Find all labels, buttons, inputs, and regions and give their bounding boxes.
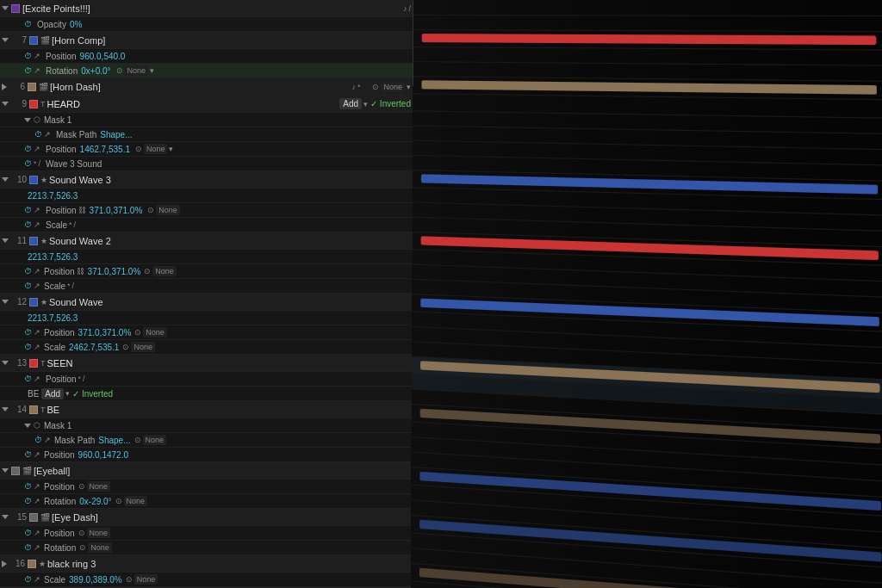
stopwatch-icon[interactable]: ⏱ [24,543,32,552]
expand-icon[interactable] [2,84,7,90]
property-row-opacity[interactable]: ⏱ Opacity 0% [0,17,413,32]
property-row-pos-12[interactable]: 2213.7,526.3 [0,311,413,325]
prop-label-mask1-14: Mask 1 [44,421,71,430]
property-row-pos-13[interactable]: ⏱ ↗ Position * / [0,372,413,387]
stopwatch-icon[interactable]: ⏱ [24,482,32,491]
at-icon: ⊙ [135,145,142,153]
stopwatch-icon[interactable]: ⏱ [24,450,32,459]
property-row-be-13[interactable]: BE Add ▾ ✓ Inverted [0,387,413,401]
property-row-mask1-14[interactable]: ⬡ Mask 1 [0,418,413,433]
expand-icon[interactable] [24,424,31,428]
prop-value-scale-12: 2462.7,535.1 [69,343,119,352]
stopwatch-icon[interactable]: ⏱ [24,145,32,153]
property-row-rot-eyeball[interactable]: ⏱ ↗ Rotation 0x-29.0° ⊙ None [0,494,413,509]
layer-color [29,237,38,245]
prop-label-pos-13: Position [46,374,77,384]
stopwatch-icon[interactable]: ⏱ [24,267,32,275]
expand-icon[interactable] [2,515,9,519]
expand-icon[interactable] [2,468,9,473]
curve-icon: ↗ [34,343,40,351]
stopwatch-icon[interactable]: ⏱ [24,328,32,337]
property-row-pos-10[interactable]: 2213.7,526.3 [0,189,413,203]
property-row-rot-15[interactable]: ⏱ ↗ Rotation ⊙ None [0,541,413,555]
stopwatch-icon[interactable]: ⏱ [24,159,32,168]
curve-icon: ↗ [34,282,40,290]
property-row-scale-16[interactable]: ⏱ ↗ Scale 389.0,389.0% ⊙ None [0,573,413,587]
stopwatch-icon[interactable]: ⏱ [24,497,32,505]
dropdown-icon[interactable]: ▾ [363,100,368,108]
property-row-maskpath-14[interactable]: ⏱ ↗ Mask Path Shape... ⊙ None [0,433,413,448]
property-row-pos-10b[interactable]: ⏱ ↗ Position ⛓ 371.0,371.0% ⊙ None [0,203,413,218]
property-row-scale-11[interactable]: ⏱ ↗ Scale * / [0,279,413,294]
comp-icon: 🎬 [40,513,50,522]
layer-color [11,4,20,13]
expand-icon[interactable] [24,118,31,122]
stopwatch-icon[interactable]: ⏱ [24,220,32,229]
layer-row-14[interactable]: 14 T BE [0,401,413,418]
prop-value-pos-10: 2213.7,526.3 [28,191,78,201]
property-row-pos-11b[interactable]: ⏱ ↗ Position ⛓ 371.0,371.0% ⊙ None [0,264,413,279]
track-row-excite[interactable] [413,0,882,16]
dropdown-icon[interactable]: ▾ [407,83,411,91]
stopwatch-icon[interactable]: ⏱ [24,374,32,383]
layer-icon-mute: ♪ [403,4,407,13]
property-row-position-7[interactable]: ⏱ ↗ Position 960.0,540.0 [0,49,413,64]
layer-row-12[interactable]: 12 ★ Sound Wave [0,294,413,311]
stopwatch-icon[interactable]: ⏱ [34,130,42,139]
stopwatch-icon[interactable]: ⏱ [24,575,32,584]
property-row-pos-15[interactable]: ⏱ ↗ Position ⊙ None [0,526,413,541]
prop-label-eyeball: Position [44,482,75,492]
expand-icon[interactable] [2,407,9,412]
property-row-pos-12b[interactable]: ⏱ ↗ Position 371.0,371.0% ⊙ None [0,325,413,340]
layer-pencil: / [408,4,411,13]
property-row-scale-12[interactable]: ⏱ ↗ Scale 2462.7,535.1 ⊙ None [0,340,413,355]
property-row-pos-eyeball[interactable]: ⏱ ↗ Position ⊙ None [0,480,413,494]
stopwatch-icon[interactable]: ⏱ [24,20,32,28]
layer-row-11[interactable]: 11 ★ Sound Wave 2 [0,232,413,250]
stopwatch-icon[interactable]: ⏱ [24,206,32,214]
text-icon: T [40,405,46,414]
curve-icon: ↗ [34,206,40,214]
layer-row-eyeball[interactable]: 🎬 [Eyeball] [0,462,413,480]
stopwatch-icon[interactable]: ⏱ [24,66,32,75]
dropdown-icon[interactable]: ▾ [65,389,70,398]
property-row-scale-10[interactable]: ⏱ ↗ Scale * / [0,218,413,232]
layer-row-9[interactable]: 9 T HEARD Add ▾ ✓ Inverted [0,96,413,113]
stopwatch-icon[interactable]: ⏱ [24,282,32,290]
chain-icon: ⛓ [77,267,84,275]
expand-icon[interactable] [2,6,9,10]
prop-value-position-mask: 1462.7,535.1 [80,145,130,154]
expand-icon[interactable] [2,177,9,182]
expand-icon[interactable] [2,38,9,42]
stopwatch-icon[interactable]: ⏱ [24,52,32,60]
layer-row-16[interactable]: 16 ★ black ring 3 [0,555,413,573]
layer-row[interactable]: [Excite Points!!!] ♪ / [0,0,413,17]
expand-icon[interactable] [2,102,9,106]
property-row-maskpath[interactable]: ⏱ ↗ Mask Path Shape... [0,127,413,142]
property-row-pos-14[interactable]: ⏱ ↗ Position 960.0,1472.0 [0,448,413,462]
prop-label-maskpath-14: Mask Path [54,436,95,445]
property-row-rotation-7[interactable]: ⏱ ↗ Rotation 0x+0.0° ⊙ None ▾ [0,64,413,78]
tracks-area: ■ ■ ■ ■ [411,0,882,588]
expand-icon[interactable] [2,238,9,243]
layer-row-15[interactable]: 15 🎬 [Eye Dash] [0,509,413,526]
layer-row-6[interactable]: 6 🎬 [Horn Dash] ♪ * ⊙ None ▾ [0,78,413,96]
add-badge-be: Add [41,388,64,399]
stopwatch-icon[interactable]: ⏱ [24,529,32,537]
stopwatch-icon[interactable]: ⏱ [34,436,42,444]
layer-row-7[interactable]: 7 🎬 [Horn Comp] [0,32,413,49]
dropdown-icon[interactable]: ▾ [150,66,154,75]
property-row-position-mask[interactable]: ⏱ ↗ Position 1462.7,535.1 ⊙ None ▾ [0,142,413,157]
expand-icon[interactable] [2,560,7,567]
property-row-wave3[interactable]: ⏱ * / Wave 3 Sound [0,157,413,171]
expand-icon[interactable] [2,300,9,304]
property-row-mask1[interactable]: ⬡ Mask 1 [0,113,413,127]
layer-color [29,176,38,184]
prop-label-rotation: Rotation [46,66,78,76]
layer-row-10[interactable]: 10 ★ Sound Wave 3 [0,171,413,189]
dropdown-icon[interactable]: ▾ [169,145,173,153]
property-row-pos-11[interactable]: 2213.7,526.3 [0,250,413,264]
layer-row-13[interactable]: 13 T SEEN [0,355,413,372]
stopwatch-icon[interactable]: ⏱ [24,343,32,351]
expand-icon[interactable] [2,361,9,365]
